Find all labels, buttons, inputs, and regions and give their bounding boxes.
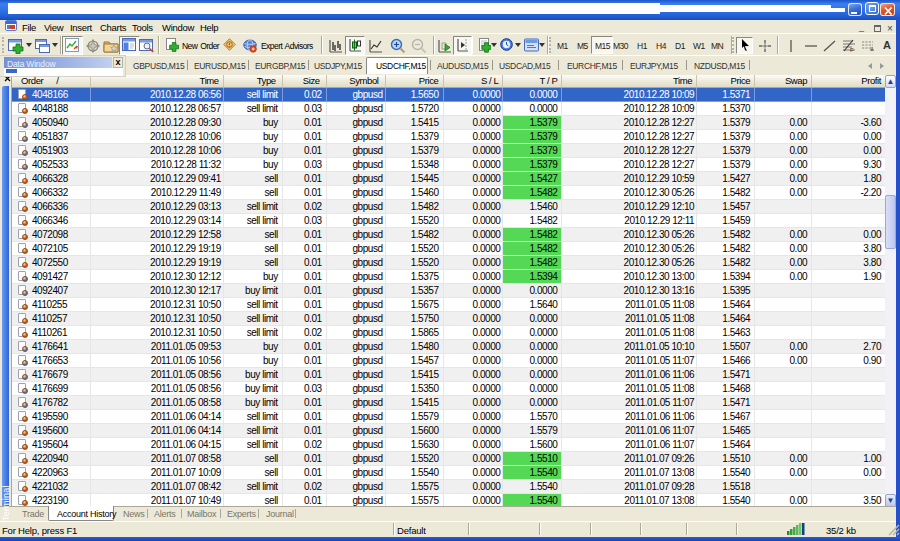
svg-text:F: F (850, 47, 854, 53)
